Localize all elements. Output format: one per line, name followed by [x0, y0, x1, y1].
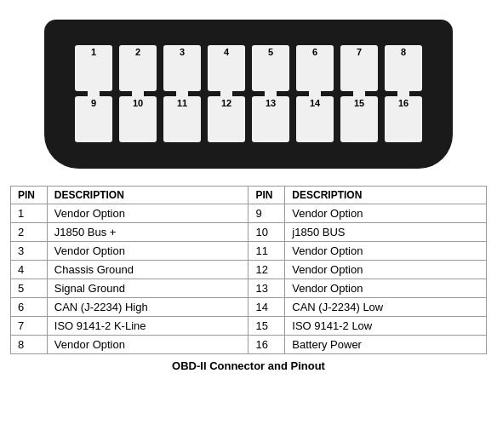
table-row: 6CAN (J-2234) High14CAN (J-2234) Low — [11, 298, 487, 317]
header-desc2: DESCRIPTION — [285, 187, 487, 204]
pin-13: 13 — [252, 96, 289, 142]
pinout-table: PIN DESCRIPTION PIN DESCRIPTION 1Vendor … — [10, 186, 487, 354]
pin-2: 2 — [119, 45, 157, 91]
pin-left: 4 — [11, 261, 48, 279]
desc-left: Signal Ground — [47, 279, 248, 298]
pin-left: 6 — [11, 298, 48, 317]
pin-left: 3 — [11, 242, 48, 261]
pin-left: 5 — [11, 279, 48, 298]
connector-body: 1 2 3 4 5 6 7 8 9 10 11 12 13 14 15 16 — [44, 20, 453, 169]
pin-left: 2 — [11, 223, 48, 242]
pin-4: 4 — [208, 45, 245, 91]
table-row: 5Signal Ground13Vendor Option — [11, 279, 487, 298]
top-pin-row: 1 2 3 4 5 6 7 8 — [75, 45, 422, 91]
pin-16: 16 — [385, 96, 422, 142]
pin-14: 14 — [296, 96, 334, 142]
table-caption: OBD-II Connector and Pinout — [172, 359, 325, 372]
desc-left: Vendor Option — [47, 204, 248, 223]
desc-left: Chassis Ground — [47, 261, 248, 279]
pin-9: 9 — [75, 96, 112, 142]
pin-right: 9 — [248, 204, 285, 223]
desc-left: Vendor Option — [47, 242, 248, 261]
desc-right: Vendor Option — [285, 279, 487, 298]
pin-12: 12 — [208, 96, 245, 142]
pin-6: 6 — [296, 45, 334, 91]
connector-diagram: 1 2 3 4 5 6 7 8 9 10 11 12 13 14 15 16 — [27, 9, 470, 179]
pin-right: 12 — [248, 261, 285, 279]
header-pin2: PIN — [248, 187, 285, 204]
table-row: 1Vendor Option9Vendor Option — [11, 204, 487, 223]
desc-left: ISO 9141-2 K-Line — [47, 317, 248, 336]
pin-8: 8 — [385, 45, 422, 91]
desc-right: j1850 BUS — [285, 223, 487, 242]
pin-1: 1 — [75, 45, 112, 91]
desc-right: Vendor Option — [285, 242, 487, 261]
desc-right: Battery Power — [285, 336, 487, 354]
bottom-pin-row: 9 10 11 12 13 14 15 16 — [75, 96, 422, 142]
table-row: 4Chassis Ground12Vendor Option — [11, 261, 487, 279]
table-row: 3Vendor Option11Vendor Option — [11, 242, 487, 261]
desc-right: CAN (J-2234) Low — [285, 298, 487, 317]
header-desc1: DESCRIPTION — [47, 187, 248, 204]
pin-right: 10 — [248, 223, 285, 242]
pin-7: 7 — [340, 45, 378, 91]
desc-right: Vendor Option — [285, 204, 487, 223]
desc-left: J1850 Bus + — [47, 223, 248, 242]
desc-left: CAN (J-2234) High — [47, 298, 248, 317]
pin-left: 1 — [11, 204, 48, 223]
table-row: 7ISO 9141-2 K-Line15ISO 9141-2 Low — [11, 317, 487, 336]
pin-right: 11 — [248, 242, 285, 261]
pin-15: 15 — [340, 96, 378, 142]
pin-5: 5 — [252, 45, 289, 91]
desc-right: ISO 9141-2 Low — [285, 317, 487, 336]
table-row: 2J1850 Bus +10j1850 BUS — [11, 223, 487, 242]
pin-11: 11 — [163, 96, 201, 142]
pin-left: 7 — [11, 317, 48, 336]
pin-right: 16 — [248, 336, 285, 354]
pin-3: 3 — [163, 45, 201, 91]
pin-right: 15 — [248, 317, 285, 336]
pin-10: 10 — [119, 96, 157, 142]
pin-right: 13 — [248, 279, 285, 298]
pin-left: 8 — [11, 336, 48, 354]
desc-left: Vendor Option — [47, 336, 248, 354]
header-pin1: PIN — [11, 187, 48, 204]
pin-right: 14 — [248, 298, 285, 317]
table-header-row: PIN DESCRIPTION PIN DESCRIPTION — [11, 187, 487, 204]
desc-right: Vendor Option — [285, 261, 487, 279]
table-row: 8Vendor Option16Battery Power — [11, 336, 487, 354]
